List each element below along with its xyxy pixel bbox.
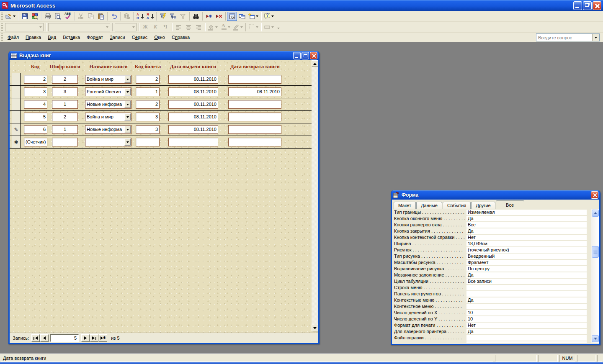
spelling-button[interactable]: АБВ	[63, 12, 73, 21]
toolbar-grip[interactable]	[1, 13, 3, 20]
italic-button[interactable]: К	[150, 23, 160, 32]
bold-button[interactable]: Ж	[140, 23, 150, 32]
field-shifr[interactable]: 1	[52, 125, 78, 134]
ask-question-box[interactable]: Введите вопрос	[536, 33, 600, 41]
fill-color-button[interactable]	[206, 23, 219, 32]
property-value[interactable]: Нет	[466, 235, 587, 240]
font-size-combo[interactable]	[115, 23, 137, 31]
next-record-button[interactable]	[81, 334, 90, 342]
form-minimize-button[interactable]	[293, 52, 301, 59]
record-selector[interactable]	[12, 111, 21, 123]
field-data-vozvrata[interactable]: 08.11.2010	[228, 87, 281, 96]
properties-window-titlebar[interactable]: Форма	[392, 190, 600, 200]
field-data-vozvrata[interactable]	[228, 113, 281, 121]
combo-dropdown-button[interactable]	[124, 76, 131, 83]
property-value[interactable]: Все	[466, 222, 587, 228]
menu-format[interactable]: Формат	[83, 33, 106, 41]
app-close-button[interactable]	[593, 1, 601, 10]
ask-question-dropdown[interactable]	[592, 34, 599, 41]
design-view-button[interactable]	[4, 12, 17, 21]
copy-button[interactable]	[86, 12, 96, 21]
hyperlink-button[interactable]	[122, 12, 132, 21]
combo-dropdown-button[interactable]	[124, 126, 131, 133]
field-shifr-new[interactable]	[52, 138, 78, 146]
toolbar-grip[interactable]	[1, 33, 3, 41]
property-value[interactable]: Фрагмент	[466, 260, 587, 265]
current-record-input[interactable]: 5	[50, 334, 79, 342]
property-value[interactable]: Нет	[466, 323, 587, 328]
field-kniga-combo[interactable]: Евгений Онегин	[85, 87, 131, 96]
field-data-vydachi[interactable]: 08.11.2010	[168, 75, 218, 84]
field-data-vydachi-new[interactable]	[168, 138, 218, 146]
help-button[interactable]: ?	[263, 12, 275, 21]
property-value[interactable]: Да	[466, 297, 587, 303]
border-button[interactable]	[247, 23, 260, 32]
field-data-vozvrata-new[interactable]	[228, 138, 281, 146]
field-kniga-combo[interactable]: Новые информа	[85, 125, 131, 134]
scroll-down-button[interactable]	[312, 325, 318, 331]
field-data-vydachi[interactable]: 08.11.2010	[168, 87, 218, 96]
font-combo[interactable]	[48, 23, 110, 31]
database-window-button[interactable]	[237, 12, 247, 21]
print-preview-button[interactable]	[53, 12, 63, 21]
form-maximize-button[interactable]	[302, 52, 309, 59]
file-search-button[interactable]	[30, 12, 40, 21]
field-shifr[interactable]: 2	[52, 75, 78, 84]
special-effect-button[interactable]	[263, 23, 275, 32]
field-kniga-combo[interactable]: Война и мир	[85, 113, 131, 121]
print-button[interactable]	[43, 12, 53, 21]
field-kod[interactable]: 6	[24, 125, 47, 134]
scrollbar-thumb[interactable]	[592, 246, 599, 258]
sort-ascending-button[interactable]: А Я	[135, 12, 145, 21]
field-shifr[interactable]: 2	[52, 113, 78, 121]
app-titlebar[interactable]: Microsoft Access	[0, 0, 603, 11]
menu-insert[interactable]: Вставка	[59, 33, 83, 41]
scroll-down-button[interactable]	[592, 335, 599, 342]
tab-maket[interactable]: Макет	[394, 202, 416, 209]
field-data-vydachi[interactable]: 08.11.2010	[168, 125, 218, 134]
line-color-button[interactable]	[232, 23, 244, 32]
property-value[interactable]: 18,049см	[466, 241, 587, 246]
menu-file[interactable]: Файл	[4, 33, 22, 41]
property-value[interactable]: Да	[466, 272, 587, 278]
field-kniga-combo[interactable]: Новые информа	[85, 100, 131, 109]
scroll-up-button[interactable]	[592, 210, 599, 217]
property-value[interactable]	[466, 341, 587, 343]
sort-descending-button[interactable]: Я А	[145, 12, 155, 21]
menu-edit[interactable]: Правка	[22, 33, 44, 41]
field-data-vydachi[interactable]: 08.11.2010	[168, 100, 218, 109]
properties-close-button[interactable]	[591, 191, 598, 199]
record-selector[interactable]	[12, 86, 21, 98]
menu-window[interactable]: Окно	[151, 33, 168, 41]
menu-view[interactable]: Вид	[44, 33, 59, 41]
field-kniga-combo[interactable]: Война и мир	[85, 75, 131, 84]
combo-dropdown-button[interactable]	[124, 113, 131, 120]
properties-button[interactable]	[227, 12, 237, 21]
filter-by-form-button[interactable]	[168, 12, 178, 21]
record-selector[interactable]	[12, 98, 21, 110]
record-selector[interactable]	[12, 73, 21, 85]
tab-sobytiya[interactable]: События	[443, 202, 471, 209]
property-value[interactable]	[466, 335, 587, 341]
record-selector-new[interactable]: ✱	[12, 136, 21, 148]
combo-dropdown-button[interactable]	[124, 101, 131, 108]
tab-drugie[interactable]: Другие	[471, 202, 495, 209]
new-record-button[interactable]	[204, 12, 214, 21]
font-color-button[interactable]: А	[219, 23, 232, 32]
filter-by-selection-button[interactable]	[158, 12, 168, 21]
property-value[interactable]: (точечный рисунок)	[466, 247, 587, 253]
previous-record-button[interactable]	[40, 334, 49, 342]
undo-button[interactable]	[109, 12, 119, 21]
find-button[interactable]	[191, 12, 201, 21]
cut-button[interactable]	[76, 12, 86, 21]
property-value[interactable]	[466, 291, 587, 297]
underline-button[interactable]: Ч	[160, 23, 170, 32]
field-bilet-new[interactable]	[136, 138, 160, 146]
first-record-button[interactable]	[31, 334, 40, 342]
new-record-nav-button[interactable]: ✱	[99, 334, 107, 342]
field-data-vozvrata[interactable]	[228, 100, 281, 109]
property-value[interactable]: По центру	[466, 266, 587, 272]
field-bilet[interactable]: 2	[136, 100, 160, 109]
properties-scrollbar[interactable]	[591, 209, 599, 343]
field-shifr[interactable]: 3	[52, 87, 78, 96]
